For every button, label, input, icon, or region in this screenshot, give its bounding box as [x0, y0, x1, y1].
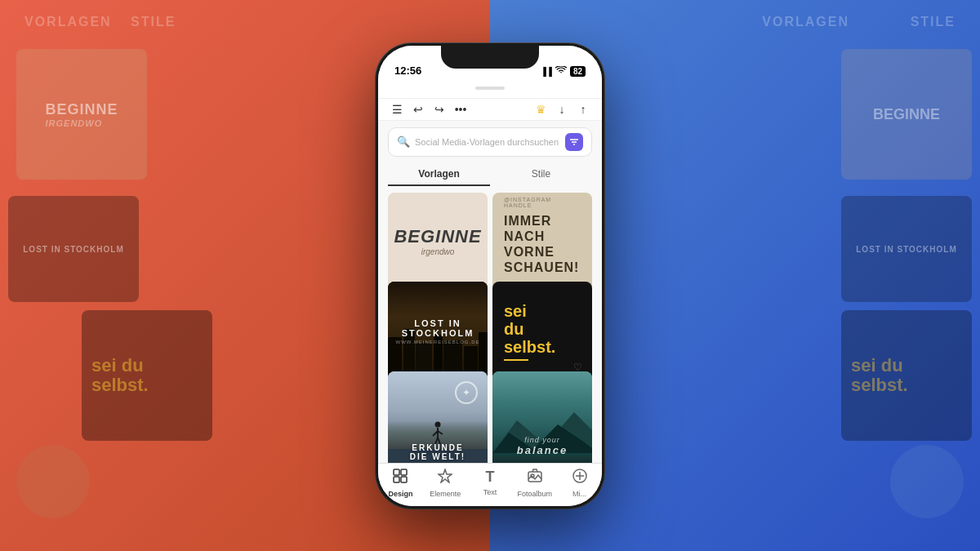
bg-card-stockholm-left: LOST IN STOCKHOLM [8, 196, 139, 302]
immer-top-label: @INSTAGRAM HANDLE [504, 197, 581, 208]
bg-card-beginne-right: BEGINNE [841, 49, 972, 180]
bg-label-vorlagen-right: Vorlagen [762, 15, 849, 29]
nav-fotoalbum[interactable]: Fotoalbum [512, 469, 557, 498]
status-time: 12:56 [394, 64, 421, 77]
svg-marker-15 [439, 469, 452, 482]
template-card-erkunde[interactable]: ✦ ERKUNDE DIE WELT! [388, 371, 488, 463]
search-section: 🔍 Social Media-Vorlagen durchsuchen [378, 121, 602, 157]
nav-text-label: Text [483, 488, 497, 496]
immer-main-text: IMMER NACH VORNE SCHAUEN! [504, 213, 579, 276]
beginne-title: BEGINNE [394, 228, 481, 246]
nav-more-label: Mi... [572, 490, 586, 498]
nav-elemente[interactable]: Elemente [423, 469, 468, 498]
nav-text[interactable]: T Text [468, 469, 513, 498]
nav-fotoalbum-label: Fotoalbum [518, 490, 553, 498]
erkunde-line2: DIE WELT! [410, 452, 466, 461]
stockholm-text: LOST IN STOCKHOLM WWW.MEINEREISEBLOG.DE [388, 318, 488, 344]
toolbar-left: ☰ ↩ ↪ ••• [390, 102, 468, 117]
balance-water [492, 456, 592, 463]
tab-vorlagen[interactable]: Vorlagen [388, 163, 490, 186]
signal-icon: ▐▐ [541, 67, 552, 76]
balance-find: find your [517, 436, 568, 444]
bg-card-beginne-left: BEGINNE irgendwo [16, 49, 147, 180]
crown-icon[interactable]: ♛ [533, 102, 548, 117]
template-card-balance[interactable]: find your balance [492, 371, 592, 463]
download-icon[interactable]: ↓ [555, 102, 569, 117]
bg-label-vorlagen-left: Vorlagen [24, 15, 112, 29]
more-nav-icon [572, 469, 587, 487]
nav-elemente-label: Elemente [430, 490, 461, 498]
phone-screen: 12:56 ▐▐ 82 ☰ ↩ ↪ ••• [378, 46, 602, 506]
more-icon[interactable]: ••• [453, 102, 468, 117]
nav-more[interactable]: Mi... [557, 469, 602, 498]
svg-rect-14 [401, 477, 407, 482]
svg-rect-11 [394, 469, 399, 475]
nav-design[interactable]: Design [378, 469, 423, 498]
sei-line [504, 359, 528, 361]
text-icon: T [485, 469, 494, 486]
bottom-nav: Design Elemente T Text Fotoalbum [378, 463, 602, 506]
erkunde-title-container: ERKUNDE DIE WELT! [410, 443, 466, 461]
battery-icon: 82 [570, 66, 586, 77]
app-topbar [378, 82, 602, 99]
erkunde-title: ERKUNDE [410, 443, 466, 452]
design-icon [393, 469, 408, 487]
elemente-icon [438, 469, 452, 487]
svg-rect-12 [401, 469, 407, 475]
svg-rect-13 [394, 477, 399, 482]
templates-grid: BEGINNE irgendwo @INSTAGRAM HANDLE IMMER… [378, 186, 602, 463]
balance-word: balance [517, 444, 568, 456]
tab-stile[interactable]: Stile [490, 163, 592, 186]
template-card-stockholm[interactable]: LOST IN STOCKHOLM WWW.MEINEREISEBLOG.DE [388, 282, 488, 381]
bg-card-circle-right [890, 445, 964, 518]
share-icon[interactable]: ↑ [576, 102, 590, 117]
bg-label-stile-left: Stile [131, 15, 176, 29]
balance-text-container: find your balance [517, 436, 568, 456]
app-toolbar[interactable]: ☰ ↩ ↪ ••• ♛ ↓ ↑ [378, 99, 602, 121]
wifi-icon [555, 66, 567, 76]
search-bar[interactable]: 🔍 Social Media-Vorlagen durchsuchen [388, 127, 592, 157]
beginne-subtitle: irgendwo [421, 247, 455, 256]
toolbar-right: ♛ ↓ ↑ [533, 102, 590, 117]
bg-card-sei-left: sei du selbst. [82, 310, 212, 441]
nav-design-label: Design [388, 490, 412, 498]
bg-card-circle-left [16, 445, 90, 518]
undo-icon[interactable]: ↩ [411, 102, 425, 117]
phone-body: 12:56 ▐▐ 82 ☰ ↩ ↪ ••• [376, 43, 604, 509]
bg-card-stockholm-right: LOST IN STOCKHOLM [841, 196, 972, 302]
fotoalbum-icon [528, 469, 542, 487]
phone-notch [441, 46, 539, 69]
filter-icon[interactable] [565, 133, 583, 151]
redo-icon[interactable]: ↪ [432, 102, 447, 117]
phone: 12:56 ▐▐ 82 ☰ ↩ ↪ ••• [376, 43, 604, 509]
status-icons: ▐▐ 82 [541, 66, 586, 77]
template-card-immer[interactable]: @INSTAGRAM HANDLE IMMER NACH VORNE SCHAU… [492, 193, 592, 292]
search-icon: 🔍 [397, 136, 410, 148]
tabs-bar: Vorlagen Stile [378, 157, 602, 186]
menu-icon[interactable]: ☰ [390, 102, 404, 117]
bg-card-sei-right: sei du selbst. [841, 310, 972, 441]
template-card-beginne[interactable]: BEGINNE irgendwo [388, 193, 488, 292]
bg-label-stile-right: Stile [911, 15, 956, 29]
template-card-sei[interactable]: sei du selbst. ♡ [492, 282, 592, 381]
drag-handle [475, 87, 505, 90]
search-placeholder: Social Media-Vorlagen durchsuchen [415, 137, 560, 147]
svg-point-3 [435, 422, 441, 428]
sei-text: sei du selbst. [504, 302, 555, 356]
